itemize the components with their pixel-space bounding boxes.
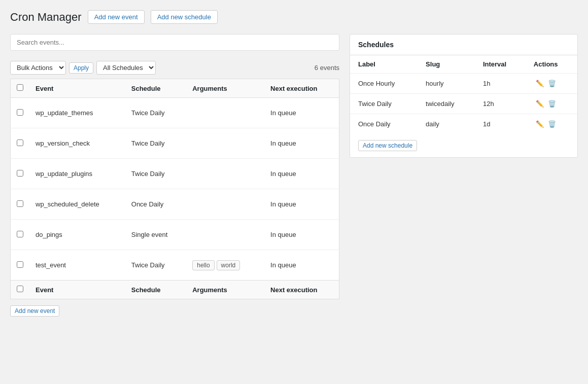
edit-schedule-icon[interactable]: ✏️ <box>534 119 546 129</box>
schedule-row: Twice Dailytwicedaily12h✏️🗑️ <box>350 94 577 114</box>
footer-event: Event <box>29 281 125 299</box>
edit-schedule-icon[interactable]: ✏️ <box>534 99 546 109</box>
header-checkbox-cell <box>11 79 30 98</box>
sched-header-interval: Interval <box>475 55 526 74</box>
table-header-row: Event Schedule Arguments Next execution <box>11 79 339 98</box>
schedules-box: Schedules Label Slug Interval Actions On… <box>350 34 578 158</box>
event-next-execution: In queue <box>264 98 339 128</box>
event-arguments <box>186 98 264 128</box>
schedule-row: Once Hourlyhourly1h✏️🗑️ <box>350 74 577 94</box>
main-layout: Bulk Actions Apply All Schedules 6 event… <box>10 34 578 317</box>
delete-schedule-icon[interactable]: 🗑️ <box>546 99 558 109</box>
delete-schedule-icon[interactable]: 🗑️ <box>546 119 558 129</box>
row-checkbox[interactable] <box>17 231 23 237</box>
schedule-row: Once Dailydaily1d✏️🗑️ <box>350 114 577 134</box>
argument-badge: world <box>217 260 240 270</box>
event-next-execution: In queue <box>264 159 339 189</box>
footer-next-execution: Next execution <box>264 281 339 299</box>
row-checkbox[interactable] <box>17 200 23 207</box>
sched-header-actions: Actions <box>526 55 577 74</box>
event-next-execution: In queue <box>264 220 339 250</box>
event-schedule: Twice Daily <box>125 250 186 281</box>
event-arguments <box>186 128 264 159</box>
schedules-table: Label Slug Interval Actions Once Hourlyh… <box>350 55 577 134</box>
schedule-actions: ✏️🗑️ <box>526 114 577 134</box>
delete-schedule-icon[interactable]: 🗑️ <box>546 79 558 88</box>
event-schedule: Single event <box>125 220 186 250</box>
event-name: wp_scheduled_delete <box>29 189 125 220</box>
event-arguments: helloworld <box>186 250 264 281</box>
footer-arguments: Arguments <box>186 281 264 299</box>
page-header: Cron Manager Add new event Add new sched… <box>10 10 578 24</box>
select-all-footer-checkbox[interactable] <box>17 286 23 292</box>
row-checkbox[interactable] <box>17 139 23 146</box>
header-schedule: Schedule <box>125 79 186 98</box>
event-schedule: Twice Daily <box>125 128 186 159</box>
all-schedules-dropdown[interactable]: All Schedules <box>96 61 156 75</box>
table-row: wp_update_themesTwice DailyIn queue <box>11 98 339 128</box>
event-next-execution: In queue <box>264 250 339 281</box>
event-name: wp_update_themes <box>29 98 125 128</box>
event-next-execution: In queue <box>264 128 339 159</box>
header-arguments: Arguments <box>186 79 264 98</box>
sched-header-label: Label <box>350 55 418 74</box>
row-checkbox[interactable] <box>17 261 23 268</box>
header-next-execution: Next execution <box>264 79 339 98</box>
event-next-execution: In queue <box>264 189 339 220</box>
row-checkbox[interactable] <box>17 170 23 177</box>
bulk-actions-dropdown[interactable]: Bulk Actions <box>10 61 66 75</box>
schedules-header-row: Label Slug Interval Actions <box>350 55 577 74</box>
sched-header-slug: Slug <box>418 55 475 74</box>
left-panel: Bulk Actions Apply All Schedules 6 event… <box>10 34 339 317</box>
schedule-label: Twice Daily <box>350 94 418 114</box>
event-schedule: Twice Daily <box>125 98 186 128</box>
event-arguments <box>186 189 264 220</box>
event-name: wp_version_check <box>29 128 125 159</box>
schedule-actions: ✏️🗑️ <box>526 94 577 114</box>
schedule-interval: 1d <box>475 114 526 134</box>
schedule-slug: daily <box>418 114 475 134</box>
apply-button[interactable]: Apply <box>69 62 93 74</box>
bottom-row: Add new event <box>10 305 339 317</box>
table-row: wp_scheduled_deleteOnce DailyIn queue <box>11 189 339 220</box>
schedule-label: Once Hourly <box>350 74 418 94</box>
event-arguments <box>186 220 264 250</box>
add-schedule-button-header[interactable]: Add new schedule <box>151 10 218 24</box>
footer-checkbox-cell <box>11 281 30 299</box>
page-title: Cron Manager <box>10 11 82 24</box>
table-footer-row: Event Schedule Arguments Next execution <box>11 281 339 299</box>
table-row: wp_update_pluginsTwice DailyIn queue <box>11 159 339 189</box>
table-row: wp_version_checkTwice DailyIn queue <box>11 128 339 159</box>
event-name: wp_update_plugins <box>29 159 125 189</box>
schedule-label: Once Daily <box>350 114 418 134</box>
edit-schedule-icon[interactable]: ✏️ <box>534 79 546 88</box>
search-input[interactable] <box>10 34 339 51</box>
schedules-title: Schedules <box>350 34 577 55</box>
toolbar: Bulk Actions Apply All Schedules 6 event… <box>10 57 339 79</box>
right-panel: Schedules Label Slug Interval Actions On… <box>350 34 578 158</box>
table-row: test_eventTwice DailyhelloworldIn queue <box>11 250 339 281</box>
events-table: Event Schedule Arguments Next execution … <box>10 79 339 299</box>
add-event-button-bottom[interactable]: Add new event <box>10 305 59 317</box>
schedule-slug: twicedaily <box>418 94 475 114</box>
schedule-interval: 12h <box>475 94 526 114</box>
event-schedule: Twice Daily <box>125 159 186 189</box>
schedule-actions: ✏️🗑️ <box>526 74 577 94</box>
event-schedule: Once Daily <box>125 189 186 220</box>
event-arguments <box>186 159 264 189</box>
event-name: test_event <box>29 250 125 281</box>
event-count: 6 events <box>315 64 339 72</box>
event-name: do_pings <box>29 220 125 250</box>
row-checkbox[interactable] <box>17 109 23 116</box>
schedule-slug: hourly <box>418 74 475 94</box>
add-event-button-header[interactable]: Add new event <box>88 10 145 24</box>
schedule-interval: 1h <box>475 74 526 94</box>
header-event: Event <box>29 79 125 98</box>
add-schedule-btn-wrapper: Add new schedule <box>358 140 569 151</box>
footer-schedule: Schedule <box>125 281 186 299</box>
add-schedule-button[interactable]: Add new schedule <box>358 140 417 151</box>
argument-badge: hello <box>192 260 214 270</box>
select-all-checkbox[interactable] <box>17 84 23 91</box>
table-row: do_pingsSingle eventIn queue <box>11 220 339 250</box>
